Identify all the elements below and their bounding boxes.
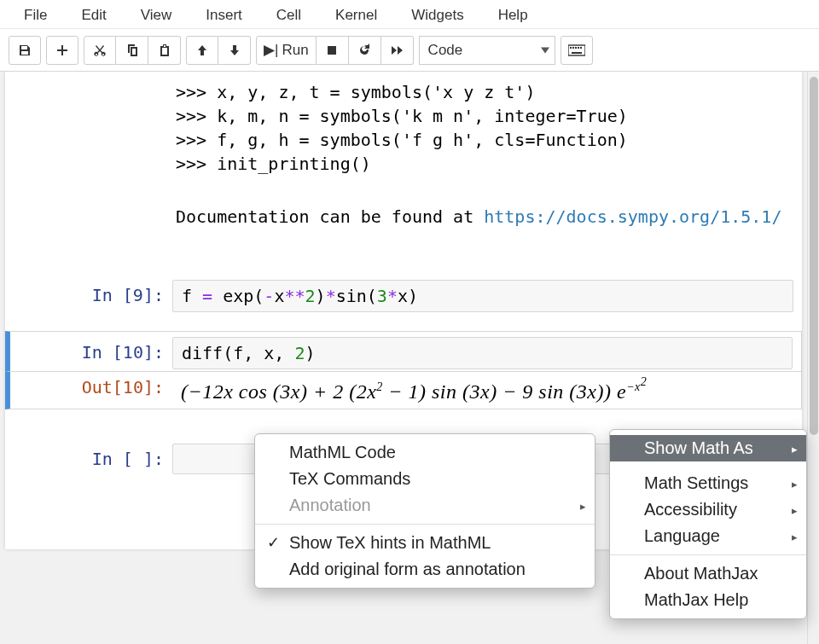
- menu-edit[interactable]: Edit: [64, 2, 123, 29]
- scrollbar[interactable]: [807, 72, 819, 644]
- intro-output: >>> x, y, z, t = symbols('x y z t') >>> …: [5, 72, 802, 176]
- clipboard-icon: [158, 44, 171, 57]
- restart-run-all-button[interactable]: [381, 36, 414, 65]
- code-in-9[interactable]: f = exp(-x**2)*sin(3*x): [172, 280, 793, 312]
- refresh-icon: [357, 44, 371, 57]
- doc-link[interactable]: https://docs.sympy.org/1.5.1/: [484, 206, 781, 227]
- menubar: File Edit View Insert Cell Kernel Widget…: [0, 0, 819, 29]
- tok: -: [264, 286, 274, 306]
- menu-mathjax-help[interactable]: MathJax Help: [610, 587, 806, 613]
- cell-out-10: Out[10]: (−12x cos (3x) + 2 (2x2 − 1) si…: [5, 372, 802, 409]
- restart-button[interactable]: [349, 36, 381, 65]
- fast-forward-icon: [390, 44, 404, 57]
- save-button[interactable]: [9, 36, 41, 65]
- celltype-value: Code: [428, 42, 463, 59]
- tok: 2: [294, 343, 305, 363]
- scroll-thumb[interactable]: [810, 77, 818, 435]
- tok: ): [305, 343, 316, 363]
- svg-rect-0: [328, 46, 336, 55]
- menu-math-settings[interactable]: Math Settings: [610, 470, 806, 496]
- menu-insert[interactable]: Insert: [189, 2, 259, 29]
- tok: 2: [305, 286, 316, 306]
- toolbar: ▶| Run Code: [0, 29, 819, 72]
- tok: 3: [377, 286, 387, 306]
- submenu-show-tex-hints[interactable]: Show TeX hints in MathML: [255, 530, 595, 556]
- intro-line-1: >>> k, m, n = symbols('k m n', integer=T…: [176, 104, 802, 128]
- tok: =: [202, 286, 223, 306]
- menu-separator: [610, 554, 806, 555]
- tok: f: [182, 286, 202, 306]
- submenu-annotation: Annotation: [255, 492, 595, 519]
- insert-cell-button[interactable]: [46, 36, 78, 65]
- move-down-button[interactable]: [218, 36, 251, 65]
- save-icon: [18, 44, 32, 57]
- tok: **: [284, 286, 305, 306]
- run-icon: ▶|: [264, 41, 278, 59]
- intro-line-2: >>> f, g, h = symbols('f g h', cls=Funct…: [176, 128, 802, 152]
- stop-icon: [325, 44, 339, 57]
- prompt-in-9: In [9]:: [20, 280, 172, 305]
- menu-view[interactable]: View: [124, 2, 189, 29]
- tok: x: [398, 286, 408, 306]
- tok: ): [408, 286, 418, 306]
- intro-line-0: >>> x, y, z, t = symbols('x y z t'): [176, 80, 802, 104]
- submenu-separator: [255, 524, 595, 525]
- tok: exp(: [223, 286, 264, 306]
- run-button[interactable]: ▶| Run: [256, 36, 317, 65]
- mathjax-submenu: MathML Code TeX Commands Annotation Show…: [254, 433, 595, 589]
- menu-accessibility[interactable]: Accessibility: [610, 496, 806, 523]
- submenu-add-original-form[interactable]: Add original form as annotation: [255, 556, 595, 583]
- tok: *: [387, 286, 398, 306]
- plus-icon: [55, 44, 69, 57]
- svg-rect-4: [575, 47, 577, 49]
- submenu-tex-commands[interactable]: TeX Commands: [255, 466, 595, 492]
- run-label: Run: [282, 42, 308, 59]
- paste-button[interactable]: [148, 36, 181, 65]
- tok: ): [316, 286, 326, 306]
- copy-button[interactable]: [116, 36, 148, 65]
- tok: *: [326, 286, 336, 306]
- menu-show-math-as[interactable]: Show Math As: [610, 435, 806, 461]
- command-palette-button[interactable]: [561, 36, 593, 65]
- prompt-out-10: Out[10]:: [20, 372, 172, 397]
- menu-cell[interactable]: Cell: [259, 2, 318, 29]
- svg-rect-3: [572, 47, 574, 49]
- code-in-10[interactable]: diff(f, x, 2): [172, 337, 793, 369]
- prompt-in-10: In [10]:: [20, 337, 172, 363]
- mathjax-menu: Show Math As Math Settings Accessibility…: [609, 429, 807, 619]
- prompt-empty: In [ ]:: [20, 444, 172, 469]
- svg-rect-5: [578, 47, 579, 49]
- math-output-10[interactable]: (−12x cos (3x) + 2 (2x2 − 1) sin (3x) − …: [172, 372, 647, 403]
- tok: sin(: [336, 286, 377, 306]
- intro-line-3: >>> init_printing(): [176, 152, 802, 176]
- cell-in-9[interactable]: In [9]: f = exp(-x**2)*sin(3*x): [5, 275, 802, 317]
- interrupt-button[interactable]: [317, 36, 349, 65]
- tok: x: [274, 286, 284, 306]
- svg-rect-6: [580, 47, 582, 49]
- svg-rect-7: [572, 52, 582, 54]
- move-up-button[interactable]: [186, 36, 218, 65]
- doc-label: Documentation can be found at: [176, 206, 484, 227]
- menu-language[interactable]: Language: [610, 523, 806, 549]
- menu-file[interactable]: File: [7, 2, 64, 29]
- arrow-down-icon: [228, 44, 241, 57]
- intro-docline: Documentation can be found at https://do…: [5, 176, 802, 229]
- cell-in-10[interactable]: In [10]: diff(f, x, 2): [5, 331, 802, 372]
- menu-kernel[interactable]: Kernel: [318, 2, 394, 29]
- submenu-mathml-code[interactable]: MathML Code: [255, 439, 595, 466]
- svg-rect-2: [570, 47, 572, 49]
- menu-help[interactable]: Help: [481, 2, 545, 29]
- keyboard-icon: [568, 44, 585, 57]
- copy-icon: [125, 44, 139, 57]
- cut-button[interactable]: [84, 36, 116, 65]
- menu-about-mathjax[interactable]: About MathJax: [610, 560, 806, 587]
- celltype-select[interactable]: Code: [419, 36, 555, 65]
- svg-rect-1: [568, 45, 585, 55]
- scissors-icon: [93, 44, 107, 57]
- tok: diff(f, x,: [182, 343, 294, 363]
- arrow-up-icon: [195, 44, 209, 57]
- menu-widgets[interactable]: Widgets: [394, 2, 480, 29]
